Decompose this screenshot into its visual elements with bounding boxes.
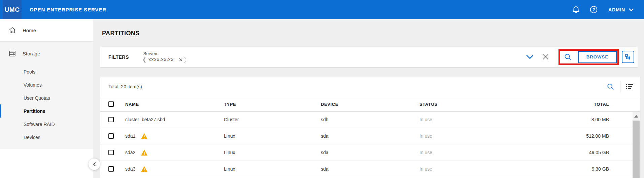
row-checkbox[interactable]: [108, 150, 114, 155]
tree-view-icon: [625, 54, 631, 60]
table-scrollbar[interactable]: [633, 112, 640, 178]
search-icon: [607, 83, 614, 90]
filter-search-button[interactable]: [564, 53, 572, 61]
umc-logo-text: UMC: [5, 6, 20, 13]
tree-view-button[interactable]: [622, 51, 634, 63]
svg-text:?: ?: [592, 7, 595, 12]
storage-icon: [9, 50, 16, 57]
filters-label: FILTERS: [108, 54, 129, 60]
warning-icon: [141, 166, 148, 172]
partition-status: In use: [419, 117, 555, 122]
close-icon: [542, 54, 549, 60]
chevron-left-icon: [93, 162, 96, 167]
column-header-total: TOTAL: [555, 102, 609, 107]
sidebar-collapse-button[interactable]: [89, 159, 100, 170]
partition-name: sda2: [125, 150, 135, 155]
user-name: ADMIN: [608, 7, 625, 12]
filters-divider: [555, 50, 555, 64]
partition-name: sda1: [125, 133, 135, 139]
user-menu-button[interactable]: ADMIN: [608, 7, 634, 12]
table-search-button[interactable]: [607, 83, 614, 90]
partition-type: Linux: [224, 133, 321, 139]
search-icon: [564, 53, 572, 61]
partition-name: cluster_beta27.sbd: [125, 117, 165, 122]
clear-filters-button[interactable]: [542, 54, 549, 60]
product-title: OPEN ENTERPRISE SERVER: [30, 7, 106, 12]
total-items-text: Total: 20 item(s): [108, 84, 142, 89]
help-icon: ?: [590, 6, 598, 13]
table-row[interactable]: sda1 Linux sda In use 512.00 MB: [100, 128, 640, 144]
table-row[interactable]: sda3 Linux sda In use 9.30 GB: [100, 161, 640, 177]
table-toolbar: Total: 20 item(s): [100, 77, 640, 97]
sidebar-item-software-raid[interactable]: Software RAID: [0, 118, 93, 131]
umc-logo[interactable]: UMC: [3, 0, 22, 19]
row-checkbox[interactable]: [108, 133, 114, 139]
partition-status: In use: [419, 133, 555, 139]
home-icon: [9, 27, 16, 34]
partition-device: sda: [321, 133, 419, 139]
partition-total: 9.30 GB: [555, 166, 609, 172]
table-row[interactable]: cluster_beta27.sbd Cluster sdh In use 8.…: [100, 112, 640, 128]
topbar-actions: ? ADMIN: [572, 6, 634, 14]
partition-type: Linux: [224, 150, 321, 155]
partition-type: Linux: [224, 166, 321, 172]
sidebar-item-devices[interactable]: Devices: [0, 131, 93, 144]
column-header-type: TYPE: [224, 102, 321, 107]
chip-remove-icon[interactable]: [179, 58, 182, 61]
storage-subnav: Pools Volumes User Quotas Partitions Sof…: [0, 65, 93, 144]
sidebar-item-storage[interactable]: Storage: [0, 42, 93, 65]
warning-icon: [141, 133, 148, 139]
partition-device: sdh: [321, 117, 419, 122]
row-checkbox[interactable]: [108, 166, 114, 172]
sidebar-item-label: Home: [23, 28, 36, 33]
partition-total: 8.00 MB: [555, 117, 609, 122]
row-checkbox[interactable]: [108, 117, 114, 122]
server-filter-chip-value: XXXX-XX-XX: [148, 58, 174, 62]
partition-total: 512.00 MB: [555, 133, 609, 139]
sidebar-item-label: Storage: [23, 51, 40, 56]
sidebar-item-home[interactable]: Home: [0, 19, 93, 41]
chevron-down-icon: [526, 55, 534, 59]
partition-name: sda3: [125, 166, 135, 172]
storage-section: Storage Pools Volumes User Quotas Partit…: [0, 41, 93, 149]
annotation-highlight-box: BROWSE: [558, 49, 619, 65]
list-view-button[interactable]: [626, 84, 633, 90]
sidebar-item-partitions[interactable]: Partitions: [0, 104, 93, 118]
chevron-down-icon: [629, 8, 634, 11]
servers-filter-group: Servers XXXX-XX-XX: [143, 51, 186, 63]
partition-total: 49.05 GB: [555, 150, 609, 155]
select-all-checkbox[interactable]: [108, 101, 114, 107]
scroll-up-arrow[interactable]: [634, 115, 638, 118]
servers-filter-label: Servers: [143, 51, 186, 56]
column-header-status: STATUS: [419, 102, 555, 107]
partition-device: sda: [321, 150, 419, 155]
sidebar-item-user-quotas[interactable]: User Quotas: [0, 91, 93, 104]
partition-status: In use: [419, 166, 555, 172]
column-header-device: DEVICE: [321, 102, 419, 107]
filters-bar: FILTERS Servers XXXX-XX-XX BRO: [100, 47, 638, 67]
bell-icon: [572, 6, 580, 14]
browse-button[interactable]: BROWSE: [578, 51, 617, 63]
column-header-name: NAME: [125, 102, 224, 107]
sidebar-item-volumes[interactable]: Volumes: [0, 78, 93, 91]
partition-device: sda: [321, 166, 419, 172]
top-bar: UMC OPEN ENTERPRISE SERVER ? ADMIN: [0, 0, 644, 19]
table-row[interactable]: sda2 Linux sda In use 49.05 GB: [100, 144, 640, 161]
toolbar-divider: [620, 81, 620, 92]
sidebar-item-pools[interactable]: Pools: [0, 65, 93, 78]
sidebar: Home Storage Pools Volumes User Quotas P…: [0, 19, 93, 178]
table-toolbar-icons: [607, 81, 633, 92]
help-button[interactable]: ?: [590, 6, 598, 13]
server-filter-chip[interactable]: XXXX-XX-XX: [143, 57, 186, 63]
partition-type: Cluster: [224, 117, 321, 122]
page-title: PARTITIONS: [102, 30, 140, 37]
warning-icon: [141, 149, 148, 156]
table-header-row: NAME TYPE DEVICE STATUS TOTAL: [100, 97, 640, 112]
notifications-button[interactable]: [572, 6, 580, 14]
partition-status: In use: [419, 150, 555, 155]
list-view-icon: [626, 84, 633, 90]
scrollbar-thumb[interactable]: [633, 121, 640, 178]
partitions-table-card: Total: 20 item(s) NAME TYPE DEVICE S: [100, 77, 640, 178]
expand-filters-button[interactable]: [526, 55, 534, 59]
